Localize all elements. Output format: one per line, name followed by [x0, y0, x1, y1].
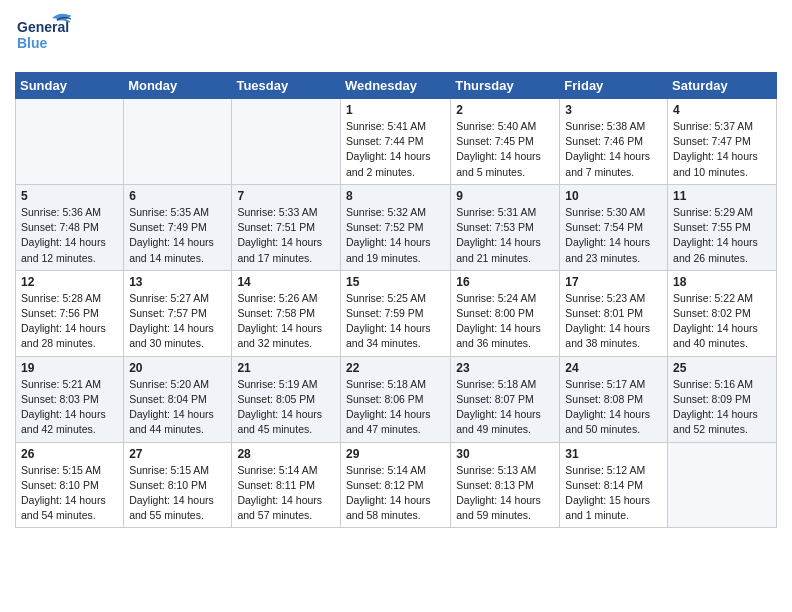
svg-text:Blue: Blue — [17, 35, 48, 51]
day-info: Sunrise: 5:15 AM Sunset: 8:10 PM Dayligh… — [129, 463, 226, 524]
week-row-4: 19Sunrise: 5:21 AM Sunset: 8:03 PM Dayli… — [16, 356, 777, 442]
day-number: 26 — [21, 447, 118, 461]
calendar-cell: 22Sunrise: 5:18 AM Sunset: 8:06 PM Dayli… — [340, 356, 450, 442]
calendar-cell: 3Sunrise: 5:38 AM Sunset: 7:46 PM Daylig… — [560, 99, 668, 185]
calendar-cell: 30Sunrise: 5:13 AM Sunset: 8:13 PM Dayli… — [451, 442, 560, 528]
day-info: Sunrise: 5:13 AM Sunset: 8:13 PM Dayligh… — [456, 463, 554, 524]
day-number: 7 — [237, 189, 335, 203]
day-info: Sunrise: 5:14 AM Sunset: 8:12 PM Dayligh… — [346, 463, 445, 524]
week-row-5: 26Sunrise: 5:15 AM Sunset: 8:10 PM Dayli… — [16, 442, 777, 528]
week-row-1: 1Sunrise: 5:41 AM Sunset: 7:44 PM Daylig… — [16, 99, 777, 185]
day-info: Sunrise: 5:18 AM Sunset: 8:07 PM Dayligh… — [456, 377, 554, 438]
day-number: 19 — [21, 361, 118, 375]
calendar-cell: 14Sunrise: 5:26 AM Sunset: 7:58 PM Dayli… — [232, 270, 341, 356]
day-number: 18 — [673, 275, 771, 289]
day-number: 13 — [129, 275, 226, 289]
day-info: Sunrise: 5:14 AM Sunset: 8:11 PM Dayligh… — [237, 463, 335, 524]
day-info: Sunrise: 5:23 AM Sunset: 8:01 PM Dayligh… — [565, 291, 662, 352]
day-number: 14 — [237, 275, 335, 289]
calendar-cell: 25Sunrise: 5:16 AM Sunset: 8:09 PM Dayli… — [668, 356, 777, 442]
weekday-header-row: SundayMondayTuesdayWednesdayThursdayFrid… — [16, 73, 777, 99]
calendar-cell: 24Sunrise: 5:17 AM Sunset: 8:08 PM Dayli… — [560, 356, 668, 442]
calendar-cell: 16Sunrise: 5:24 AM Sunset: 8:00 PM Dayli… — [451, 270, 560, 356]
calendar-cell: 10Sunrise: 5:30 AM Sunset: 7:54 PM Dayli… — [560, 184, 668, 270]
day-info: Sunrise: 5:18 AM Sunset: 8:06 PM Dayligh… — [346, 377, 445, 438]
day-info: Sunrise: 5:41 AM Sunset: 7:44 PM Dayligh… — [346, 119, 445, 180]
weekday-header-wednesday: Wednesday — [340, 73, 450, 99]
calendar-cell: 4Sunrise: 5:37 AM Sunset: 7:47 PM Daylig… — [668, 99, 777, 185]
calendar-cell: 27Sunrise: 5:15 AM Sunset: 8:10 PM Dayli… — [124, 442, 232, 528]
day-number: 15 — [346, 275, 445, 289]
calendar-cell — [16, 99, 124, 185]
day-info: Sunrise: 5:32 AM Sunset: 7:52 PM Dayligh… — [346, 205, 445, 266]
day-number: 17 — [565, 275, 662, 289]
day-info: Sunrise: 5:38 AM Sunset: 7:46 PM Dayligh… — [565, 119, 662, 180]
day-info: Sunrise: 5:12 AM Sunset: 8:14 PM Dayligh… — [565, 463, 662, 524]
day-number: 30 — [456, 447, 554, 461]
calendar-cell: 26Sunrise: 5:15 AM Sunset: 8:10 PM Dayli… — [16, 442, 124, 528]
calendar-cell: 5Sunrise: 5:36 AM Sunset: 7:48 PM Daylig… — [16, 184, 124, 270]
calendar-cell — [668, 442, 777, 528]
weekday-header-monday: Monday — [124, 73, 232, 99]
logo: General Blue — [15, 10, 75, 64]
week-row-2: 5Sunrise: 5:36 AM Sunset: 7:48 PM Daylig… — [16, 184, 777, 270]
day-info: Sunrise: 5:40 AM Sunset: 7:45 PM Dayligh… — [456, 119, 554, 180]
calendar-cell: 20Sunrise: 5:20 AM Sunset: 8:04 PM Dayli… — [124, 356, 232, 442]
day-info: Sunrise: 5:16 AM Sunset: 8:09 PM Dayligh… — [673, 377, 771, 438]
day-number: 29 — [346, 447, 445, 461]
logo-icon: General Blue — [15, 10, 75, 60]
day-info: Sunrise: 5:20 AM Sunset: 8:04 PM Dayligh… — [129, 377, 226, 438]
day-number: 21 — [237, 361, 335, 375]
day-info: Sunrise: 5:27 AM Sunset: 7:57 PM Dayligh… — [129, 291, 226, 352]
day-number: 16 — [456, 275, 554, 289]
calendar-cell — [124, 99, 232, 185]
day-number: 28 — [237, 447, 335, 461]
day-number: 25 — [673, 361, 771, 375]
day-info: Sunrise: 5:33 AM Sunset: 7:51 PM Dayligh… — [237, 205, 335, 266]
calendar-table: SundayMondayTuesdayWednesdayThursdayFrid… — [15, 72, 777, 528]
calendar-cell: 8Sunrise: 5:32 AM Sunset: 7:52 PM Daylig… — [340, 184, 450, 270]
day-number: 22 — [346, 361, 445, 375]
day-number: 20 — [129, 361, 226, 375]
day-info: Sunrise: 5:15 AM Sunset: 8:10 PM Dayligh… — [21, 463, 118, 524]
calendar-cell: 1Sunrise: 5:41 AM Sunset: 7:44 PM Daylig… — [340, 99, 450, 185]
weekday-header-sunday: Sunday — [16, 73, 124, 99]
calendar-cell: 13Sunrise: 5:27 AM Sunset: 7:57 PM Dayli… — [124, 270, 232, 356]
calendar-cell — [232, 99, 341, 185]
day-number: 1 — [346, 103, 445, 117]
day-number: 6 — [129, 189, 226, 203]
calendar-cell: 29Sunrise: 5:14 AM Sunset: 8:12 PM Dayli… — [340, 442, 450, 528]
page-header: General Blue — [15, 10, 777, 64]
calendar-cell: 19Sunrise: 5:21 AM Sunset: 8:03 PM Dayli… — [16, 356, 124, 442]
day-info: Sunrise: 5:30 AM Sunset: 7:54 PM Dayligh… — [565, 205, 662, 266]
calendar-cell: 12Sunrise: 5:28 AM Sunset: 7:56 PM Dayli… — [16, 270, 124, 356]
day-info: Sunrise: 5:24 AM Sunset: 8:00 PM Dayligh… — [456, 291, 554, 352]
calendar-cell: 23Sunrise: 5:18 AM Sunset: 8:07 PM Dayli… — [451, 356, 560, 442]
day-number: 23 — [456, 361, 554, 375]
day-info: Sunrise: 5:31 AM Sunset: 7:53 PM Dayligh… — [456, 205, 554, 266]
calendar-cell: 11Sunrise: 5:29 AM Sunset: 7:55 PM Dayli… — [668, 184, 777, 270]
day-number: 5 — [21, 189, 118, 203]
day-info: Sunrise: 5:26 AM Sunset: 7:58 PM Dayligh… — [237, 291, 335, 352]
calendar-cell: 6Sunrise: 5:35 AM Sunset: 7:49 PM Daylig… — [124, 184, 232, 270]
calendar-cell: 17Sunrise: 5:23 AM Sunset: 8:01 PM Dayli… — [560, 270, 668, 356]
day-info: Sunrise: 5:28 AM Sunset: 7:56 PM Dayligh… — [21, 291, 118, 352]
day-info: Sunrise: 5:25 AM Sunset: 7:59 PM Dayligh… — [346, 291, 445, 352]
day-info: Sunrise: 5:37 AM Sunset: 7:47 PM Dayligh… — [673, 119, 771, 180]
calendar-cell: 28Sunrise: 5:14 AM Sunset: 8:11 PM Dayli… — [232, 442, 341, 528]
day-info: Sunrise: 5:35 AM Sunset: 7:49 PM Dayligh… — [129, 205, 226, 266]
calendar-cell: 7Sunrise: 5:33 AM Sunset: 7:51 PM Daylig… — [232, 184, 341, 270]
day-number: 4 — [673, 103, 771, 117]
weekday-header-thursday: Thursday — [451, 73, 560, 99]
day-info: Sunrise: 5:17 AM Sunset: 8:08 PM Dayligh… — [565, 377, 662, 438]
day-info: Sunrise: 5:36 AM Sunset: 7:48 PM Dayligh… — [21, 205, 118, 266]
day-info: Sunrise: 5:21 AM Sunset: 8:03 PM Dayligh… — [21, 377, 118, 438]
day-number: 12 — [21, 275, 118, 289]
calendar-cell: 2Sunrise: 5:40 AM Sunset: 7:45 PM Daylig… — [451, 99, 560, 185]
weekday-header-tuesday: Tuesday — [232, 73, 341, 99]
weekday-header-saturday: Saturday — [668, 73, 777, 99]
day-info: Sunrise: 5:22 AM Sunset: 8:02 PM Dayligh… — [673, 291, 771, 352]
weekday-header-friday: Friday — [560, 73, 668, 99]
day-info: Sunrise: 5:19 AM Sunset: 8:05 PM Dayligh… — [237, 377, 335, 438]
calendar-cell: 31Sunrise: 5:12 AM Sunset: 8:14 PM Dayli… — [560, 442, 668, 528]
